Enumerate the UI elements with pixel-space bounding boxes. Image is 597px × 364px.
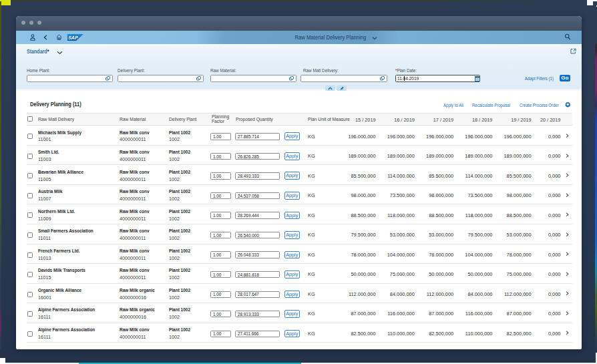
svg-text:SAP: SAP [68,35,78,40]
